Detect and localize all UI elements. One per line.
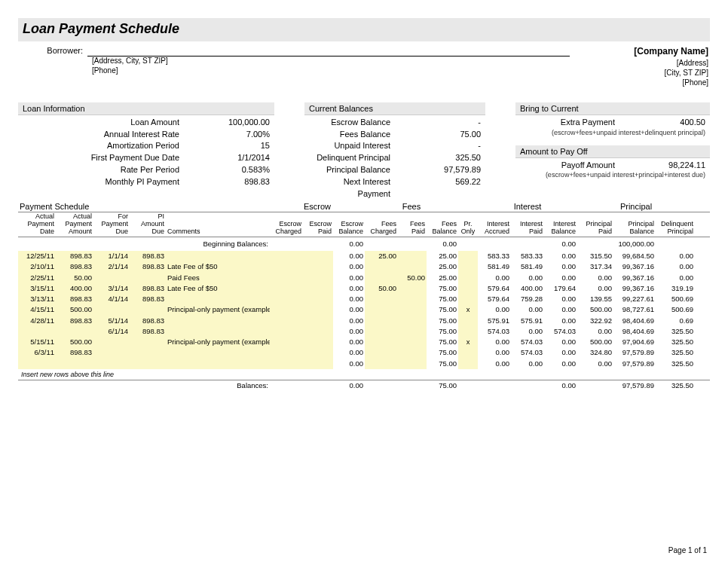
table-row: 0.0075.000.000.000.000.0097,579.89325.50 — [18, 359, 710, 369]
col-hdr-pi: PIAmountDue — [130, 212, 166, 237]
table-row: 2/25/1150.00Paid Fees0.0050.0025.000.000… — [18, 273, 710, 283]
group-interest: Interest — [478, 202, 577, 212]
payoff-header: Amount to Pay Off — [515, 145, 710, 158]
current-balances-box: Current Balances Escrow Balance-Fees Bal… — [304, 102, 485, 203]
loan-info-row: Amortization Period15 — [23, 140, 270, 152]
balance-row: Delinquent Principal325.50 — [309, 152, 481, 164]
insert-note: Insert new rows above this line — [18, 369, 710, 380]
balance-row: Unpaid Interest- — [309, 140, 481, 152]
table-row: 2/10/11898.832/1/14898.83Late Fee of $50… — [18, 261, 710, 272]
col-hdr-pr: Pr.Only — [458, 212, 478, 237]
table-row: 3/15/11400.003/1/14898.83Late Fee of $50… — [18, 283, 710, 294]
schedule-group-header: Payment Schedule Escrow Fees Interest Pr… — [18, 202, 710, 212]
table-row: 5/15/11500.00Principal-only payment (exa… — [18, 337, 710, 347]
col-hdr-date: ActualPaymentDate — [18, 212, 56, 237]
schedule-rows: 12/25/11898.831/1/14898.830.0025.0025.00… — [18, 251, 710, 369]
beginning-balances-row: Beginning Balances:0.000.000.00100,000.0… — [18, 237, 710, 251]
company-name: [Company Name] — [634, 46, 708, 58]
extra-payment-label: Extra Payment — [520, 117, 645, 129]
borrower-phone: [Phone] — [92, 66, 570, 76]
loan-info-box: Loan Information Loan Amount100,000.00An… — [18, 102, 274, 203]
payoff-note: (escrow+fees+unpaid interest+principal+i… — [520, 171, 705, 179]
col-hdr-prb: PrincipalBalance — [613, 212, 656, 237]
group-principal: Principal — [577, 202, 695, 212]
loan-info-header: Loan Information — [18, 102, 274, 115]
col-hdr-inta: InterestAccrued — [478, 212, 511, 237]
balance-row: Fees Balance75.00 — [309, 129, 481, 141]
col-hdr-feep: FeesPaid — [398, 212, 427, 237]
page-footer: Page 1 of 1 — [668, 546, 707, 554]
col-hdr-comm: Comments — [166, 212, 270, 237]
group-fees: Fees — [365, 202, 458, 212]
bring-current-box: Bring to Current Extra Payment400.50 (es… — [515, 102, 710, 138]
col-hdr-intb: InterestBalance — [544, 212, 577, 237]
table-row: 3/13/11898.834/1/14898.830.0075.00579.64… — [18, 294, 710, 304]
col-hdr-amt: ActualPaymentAmount — [56, 212, 93, 237]
payoff-label: Payoff Amount — [520, 160, 645, 172]
current-balances-header: Current Balances — [304, 102, 485, 115]
company-phone: [Phone] — [634, 78, 708, 87]
balance-row: Principal Balance97,579.89 — [309, 164, 481, 176]
col-hdr-escp: EscrowPaid — [303, 212, 333, 237]
table-row: 6/3/11898.830.0075.000.00574.030.00324.8… — [18, 347, 710, 358]
company-block: [Company Name] [Address] [City, ST ZIP] … — [634, 46, 708, 87]
payoff-box: Amount to Pay Off Payoff Amount98,224.11… — [515, 145, 710, 181]
col-hdr-escb: EscrowBalance — [333, 212, 365, 237]
loan-info-row: Annual Interest Rate7.00% — [23, 129, 270, 141]
table-row: 12/25/11898.831/1/14898.830.0025.0025.00… — [18, 251, 710, 261]
loan-info-row: Loan Amount100,000.00 — [23, 117, 270, 129]
col-hdr-feec: FeesCharged — [365, 212, 398, 237]
company-city: [City, ST ZIP] — [634, 68, 708, 78]
bring-current-header: Bring to Current — [515, 102, 710, 115]
borrower-label: Borrower: — [20, 46, 87, 57]
payoff-value: 98,224.11 — [645, 160, 705, 172]
table-row: 4/28/11898.835/1/14898.830.0075.00575.91… — [18, 316, 710, 326]
bring-current-note: (escrow+fees+unpaid interest+delinquent … — [520, 129, 705, 136]
col-hdr-delq: DelinquentPrincipal — [656, 212, 695, 237]
col-hdr-intp: InterestPaid — [511, 212, 544, 237]
borrower-address: [Address, City, ST ZIP] — [92, 57, 570, 66]
col-hdr-feeb: FeesBalance — [427, 212, 458, 237]
balance-row: Escrow Balance- — [309, 117, 481, 129]
loan-info-row: Monthly PI Payment898.83 — [23, 176, 270, 188]
extra-payment-value: 400.50 — [645, 117, 705, 129]
company-address: [Address] — [634, 58, 708, 68]
col-hdr-for: ForPaymentDue — [93, 212, 130, 237]
title-bar: Loan Payment Schedule — [18, 18, 710, 41]
col-hdr-escc: EscrowCharged — [270, 212, 303, 237]
page-title: Loan Payment Schedule — [23, 21, 705, 37]
col-hdr-prp: PrincipalPaid — [577, 212, 613, 237]
loan-info-row: First Payment Due Date1/1/2014 — [23, 152, 270, 164]
balance-row: Next Interest Payment569.22 — [309, 176, 481, 200]
group-escrow: Escrow — [270, 202, 365, 212]
loan-info-row: Rate Per Period0.583% — [23, 164, 270, 176]
schedule-title: Payment Schedule — [18, 202, 166, 212]
table-row: 6/1/14898.830.0075.00574.030.00574.030.0… — [18, 326, 710, 337]
balances-row: Balances:0.0075.000.0097,579.89325.50 — [18, 380, 710, 389]
schedule-column-headers: ActualPaymentDateActualPaymentAmountForP… — [18, 212, 710, 237]
table-row: 4/15/11500.00Principal-only payment (exa… — [18, 304, 710, 315]
